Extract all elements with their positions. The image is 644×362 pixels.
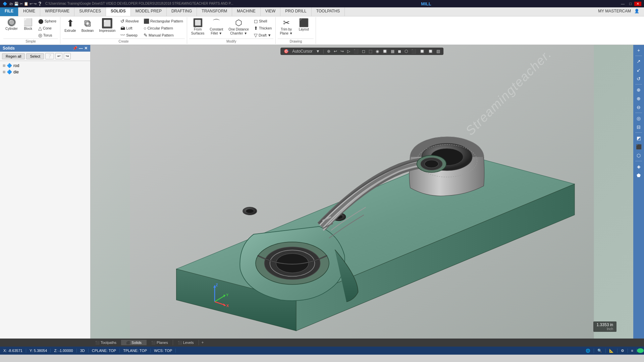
add-tab-button[interactable]: + <box>199 340 207 345</box>
status-bars-icon[interactable]: ≡ <box>628 349 637 353</box>
help-panel-button[interactable]: ❔ <box>45 53 54 59</box>
minimize-btn[interactable]: — <box>619 2 627 6</box>
my-mastercam[interactable]: MY MASTERCAM 👤 <box>593 7 644 16</box>
autocursor-dropdown-icon[interactable]: ▼ <box>315 48 321 54</box>
tab-transform[interactable]: TRANSFORM <box>197 7 232 16</box>
rt-appearance-button[interactable]: ◈ <box>634 163 643 171</box>
block-button[interactable]: ⬜ Block <box>20 18 36 32</box>
tree-item-rod[interactable]: ⊞ 🔷 rod <box>1 62 89 69</box>
help-icon[interactable]: ❔ <box>38 2 42 6</box>
minimize-panel-icon[interactable]: — <box>79 46 83 51</box>
loft-button[interactable]: 🏔 Loft <box>119 25 141 32</box>
rt-view1-button[interactable]: ↗ <box>634 57 643 65</box>
thicken-button[interactable]: ⬆ Thicken <box>252 25 274 32</box>
tab-home[interactable]: HOME <box>18 7 40 16</box>
close-panel-icon[interactable]: ✕ <box>84 46 88 51</box>
vt-btn9[interactable]: 🔲 <box>381 48 389 54</box>
maximize-btn[interactable]: □ <box>627 2 634 6</box>
from-surfaces-button[interactable]: 🔲 FromSurfaces <box>189 18 206 37</box>
one-distance-chamfer-button[interactable]: ⬡ One DistanceChamfer ▼ <box>226 18 251 37</box>
select-button[interactable]: Select <box>26 53 44 59</box>
open-icon[interactable]: 🗁 <box>9 2 13 6</box>
revolve-button[interactable]: ↺ Revolve <box>119 18 141 24</box>
boolean-button[interactable]: ⧉ Boolean <box>79 18 96 34</box>
vt-btn5[interactable]: ⬛ <box>352 48 360 54</box>
vt-btn7[interactable]: ⬚ <box>367 48 374 54</box>
cone-button[interactable]: △ Cone <box>37 25 58 32</box>
shell-button[interactable]: ◻ Shell <box>252 18 274 24</box>
status-globe-icon[interactable]: 🌐 <box>582 349 594 353</box>
close-btn[interactable]: ✕ <box>634 2 641 6</box>
rt-zoom-in-button[interactable]: ⊕ <box>634 95 643 103</box>
vt-btn16[interactable]: ▧ <box>435 48 441 54</box>
rt-select-button[interactable]: ⊟ <box>634 123 643 131</box>
draft-button[interactable]: ▽ Draft ▼ <box>252 32 274 39</box>
viewport[interactable]: 🎯 AutoCursor ▼ | ⊕ ↩ ↪ ▷ ⬛ ◻ ⬚ ◉ 🔲 ▦ ◼ ⬡… <box>91 45 633 339</box>
rt-rotate-button[interactable]: ↺ <box>634 75 643 83</box>
tab-model-prep[interactable]: MODEL PREP <box>131 7 167 16</box>
tab-toolpaths[interactable]: TOOLPATHS <box>312 7 345 16</box>
tab-machine[interactable]: MACHINE <box>232 7 260 16</box>
tab-surfaces[interactable]: SURFACES <box>74 7 106 16</box>
tree-item-die[interactable]: ⊞ 🔷 die <box>1 69 89 75</box>
pin-icon[interactable]: 📌 <box>72 46 77 51</box>
undo-panel-button[interactable]: ↩ <box>55 53 62 59</box>
tree-expand-rod[interactable]: ⊞ <box>3 64 5 67</box>
vt-btn13[interactable]: ⬛ <box>410 48 418 54</box>
vt-btn4[interactable]: ▷ <box>346 48 352 54</box>
layout-button[interactable]: ⬛ Layout <box>296 18 312 33</box>
sweep-button[interactable]: 〰 Sweep <box>119 32 141 39</box>
rt-settings-button[interactable]: ⬟ <box>634 171 643 179</box>
rt-display1-button[interactable]: ◩ <box>634 134 643 142</box>
vt-btn8[interactable]: ◉ <box>374 48 380 54</box>
redo-panel-button[interactable]: ↪ <box>64 53 71 59</box>
sphere-button[interactable]: ⬤ Sphere <box>37 18 58 24</box>
regen-all-button[interactable]: Regen all <box>2 53 25 59</box>
tab-drafting[interactable]: DRAFTING <box>167 7 197 16</box>
tab-view[interactable]: VIEW <box>261 7 281 16</box>
vt-btn14[interactable]: 🔲 <box>418 48 426 54</box>
vt-btn11[interactable]: ◼ <box>396 48 402 54</box>
status-settings-icon[interactable]: ⚙ <box>618 349 628 353</box>
extrude-button[interactable]: ⬆ Extrude <box>62 18 78 34</box>
cut-icon[interactable]: ✂ <box>20 2 23 6</box>
constant-fillet-button[interactable]: ⌒ ConstantFillet ▼ <box>208 18 225 37</box>
tab-pro-drill[interactable]: PRO DRILL <box>280 7 311 16</box>
vt-btn2[interactable]: ↩ <box>332 48 338 54</box>
tab-wireframe[interactable]: WIREFRAME <box>40 7 74 16</box>
autocursor-label[interactable]: AutoCursor <box>291 48 314 54</box>
rt-pan-button[interactable]: ◎ <box>634 114 643 122</box>
circular-pattern-button[interactable]: ○ Circular Pattern <box>142 25 185 32</box>
vt-btn6[interactable]: ◻ <box>361 48 367 54</box>
vt-cursor-icon[interactable]: 🎯 <box>282 48 290 54</box>
trim-by-plane-button[interactable]: ✂ Trim byPlane ▼ <box>278 18 294 37</box>
tab-planes[interactable]: ⬛ Planes <box>147 340 173 345</box>
rt-add-button[interactable]: + <box>634 46 643 54</box>
tab-solids-bottom[interactable]: ⬛ Solids <box>121 340 147 345</box>
status-zoom-icon[interactable]: 🔍 <box>594 349 606 353</box>
undo-icon[interactable]: ↩ <box>30 2 33 6</box>
tab-file[interactable]: FILE <box>0 7 18 16</box>
paste-icon[interactable]: 📋 <box>24 2 29 6</box>
rt-zoom-out-button[interactable]: ⊖ <box>634 103 643 111</box>
vt-snap-icon[interactable]: ⊕ <box>326 48 332 54</box>
tab-toolpaths[interactable]: ⬛ Toolpaths <box>91 340 121 345</box>
status-measure-icon[interactable]: 📐 <box>606 349 618 353</box>
vt-btn3[interactable]: ↪ <box>339 48 345 54</box>
rt-fit-button[interactable]: ⊕ <box>634 86 643 94</box>
redo-icon[interactable]: ↪ <box>34 2 37 6</box>
tab-levels[interactable]: ⬛ Levels <box>173 340 199 345</box>
cylinder-button[interactable]: 🔘 Cylinder <box>3 18 20 32</box>
vt-btn15[interactable]: 🔲 <box>427 48 434 54</box>
rectangular-pattern-button[interactable]: ⬛ Rectangular Pattern <box>142 18 185 24</box>
save-icon[interactable]: 💾 <box>14 2 19 6</box>
impression-button[interactable]: 🔲 Impression <box>97 18 117 34</box>
torus-button[interactable]: ◎ Torus <box>37 32 58 39</box>
rt-display3-button[interactable]: ⬡ <box>634 152 643 160</box>
rt-display2-button[interactable]: ⬛ <box>634 143 643 151</box>
rt-view2-button[interactable]: ↙ <box>634 66 643 74</box>
tab-solids[interactable]: SOLIDS <box>106 7 131 16</box>
vt-btn10[interactable]: ▦ <box>389 48 396 54</box>
vt-btn12[interactable]: ⬡ <box>403 48 409 54</box>
tree-expand-die[interactable]: ⊞ <box>3 70 5 74</box>
